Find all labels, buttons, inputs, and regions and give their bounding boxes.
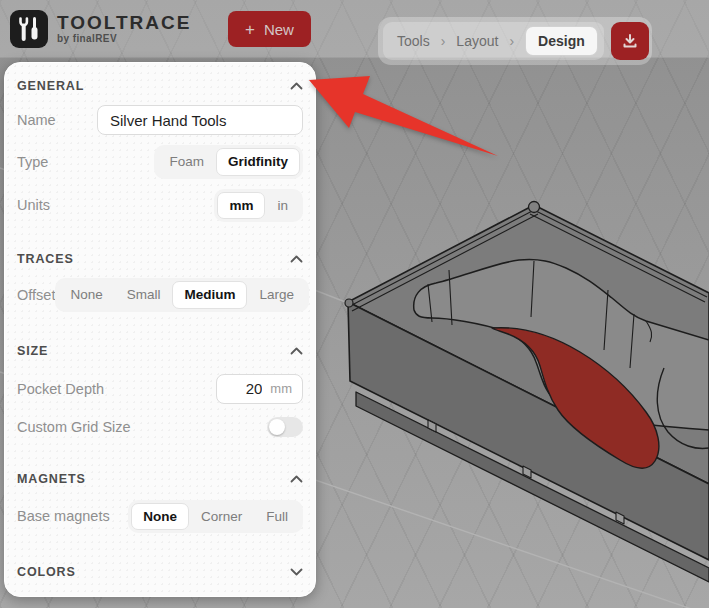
new-button-label: New	[264, 21, 294, 38]
units-row: Units mm in	[17, 189, 303, 223]
chevron-up-icon[interactable]	[290, 255, 303, 263]
chevron-up-icon[interactable]	[290, 347, 303, 355]
name-row: Name	[17, 105, 303, 135]
brand: TOOLTRACE by finalREV	[10, 10, 191, 48]
type-label: Type	[17, 154, 48, 170]
section-title: TRACES	[17, 252, 74, 266]
section-title: MAGNETS	[17, 472, 86, 486]
base-magnets-option-none[interactable]: None	[131, 503, 189, 531]
base-magnets-segmented-control: None Corner Full	[128, 500, 303, 534]
section-title: SIZE	[17, 344, 48, 358]
units-segmented-control: mm in	[214, 189, 303, 223]
pocket-depth-input[interactable]	[232, 380, 262, 397]
section-colors-header[interactable]: COLORS	[17, 563, 303, 581]
offset-option-large[interactable]: Large	[247, 281, 306, 309]
name-input[interactable]	[97, 105, 303, 135]
offset-label: Offset	[17, 287, 55, 303]
type-option-foam[interactable]: Foam	[157, 148, 216, 176]
brand-byline: by finalREV	[57, 34, 191, 44]
offset-option-none[interactable]: None	[58, 281, 114, 309]
offset-option-small[interactable]: Small	[115, 281, 173, 309]
chevron-right-icon: ›	[509, 33, 514, 49]
breadcrumb-item-tools[interactable]: Tools	[397, 33, 430, 49]
units-option-in[interactable]: in	[265, 192, 300, 220]
app-window: TOOLTRACE by finalREV + New Tools › Layo…	[0, 0, 709, 608]
pocket-depth-row: Pocket Depth mm	[17, 374, 303, 404]
units-option-mm[interactable]: mm	[217, 192, 265, 220]
offset-segmented-control: None Small Medium Large	[55, 278, 309, 312]
chevron-down-icon[interactable]	[290, 568, 303, 576]
settings-panel: GENERAL Name Type Foam Gridfinity Units …	[4, 62, 316, 597]
toggle-knob	[269, 419, 285, 435]
offset-option-medium[interactable]: Medium	[172, 281, 247, 309]
brand-text: TOOLTRACE by finalREV	[57, 13, 191, 44]
offset-row: Offset None Small Medium Large	[17, 278, 303, 312]
download-icon	[621, 32, 639, 50]
chevron-right-icon: ›	[441, 33, 446, 49]
new-button[interactable]: + New	[228, 11, 311, 47]
base-magnets-option-corner[interactable]: Corner	[189, 503, 254, 531]
base-magnets-option-full[interactable]: Full	[254, 503, 300, 531]
brand-name: TOOLTRACE	[57, 13, 191, 32]
breadcrumb-bar: Tools › Layout › Design	[378, 17, 652, 65]
export-button[interactable]	[611, 22, 649, 60]
base-magnets-label: Base magnets	[17, 508, 110, 524]
section-size-header[interactable]: SIZE	[17, 342, 303, 360]
name-label: Name	[17, 112, 56, 128]
plus-icon: +	[245, 21, 255, 38]
chevron-up-icon[interactable]	[290, 475, 303, 483]
custom-grid-label: Custom Grid Size	[17, 419, 131, 435]
type-segmented-control: Foam Gridfinity	[154, 145, 303, 179]
pocket-depth-field: mm	[216, 374, 303, 404]
tooltrace-logo-icon	[10, 10, 48, 48]
units-label: Units	[17, 197, 50, 213]
pocket-depth-unit: mm	[270, 381, 292, 396]
type-option-gridfinity[interactable]: Gridfinity	[216, 148, 300, 176]
custom-grid-row: Custom Grid Size	[17, 412, 303, 442]
pocket-depth-label: Pocket Depth	[17, 381, 104, 397]
section-traces-header[interactable]: TRACES	[17, 250, 303, 268]
breadcrumb-item-layout[interactable]: Layout	[456, 33, 498, 49]
breadcrumb: Tools › Layout › Design	[383, 22, 604, 60]
section-title: COLORS	[17, 565, 76, 579]
section-general-header[interactable]: GENERAL	[17, 77, 303, 95]
custom-grid-toggle[interactable]	[267, 417, 303, 437]
breadcrumb-item-design[interactable]: Design	[525, 26, 598, 56]
section-magnets-header[interactable]: MAGNETS	[17, 470, 303, 488]
section-title: GENERAL	[17, 79, 84, 93]
chevron-up-icon[interactable]	[290, 82, 303, 90]
type-row: Type Foam Gridfinity	[17, 145, 303, 179]
base-magnets-row: Base magnets None Corner Full	[17, 500, 303, 534]
